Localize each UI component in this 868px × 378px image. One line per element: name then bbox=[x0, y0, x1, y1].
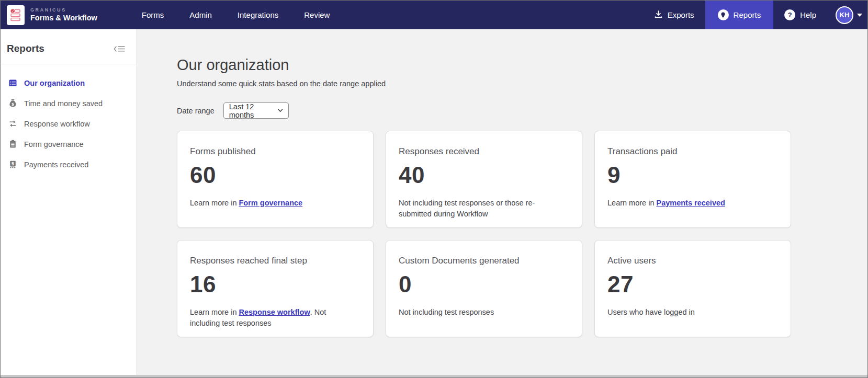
main-nav: Forms Admin Integrations Review bbox=[142, 10, 330, 19]
top-nav: GRANICUS Forms & Workflow Forms Admin In… bbox=[1, 1, 867, 29]
stat-card: Active users 27 Users who have logged in bbox=[594, 240, 791, 337]
sidebar-title: Reports bbox=[7, 43, 44, 54]
sidebar-item-response-workflow[interactable]: Response workflow bbox=[1, 113, 137, 134]
stat-card-note: Learn more in Form governance bbox=[190, 198, 355, 209]
chevron-down-icon bbox=[857, 14, 862, 17]
money-bag-icon: $ bbox=[8, 99, 17, 108]
reports-label: Reports bbox=[734, 10, 761, 19]
card-report-link[interactable]: Response workflow bbox=[239, 308, 310, 316]
download-icon bbox=[654, 10, 663, 20]
stats-grid: Forms published 60 Learn more in Form go… bbox=[177, 131, 867, 337]
sidebar-item-our-organization[interactable]: Our organization bbox=[1, 73, 137, 93]
card-note-text: Learn more in bbox=[607, 199, 657, 207]
nav-item-review[interactable]: Review bbox=[304, 10, 330, 19]
stat-card-value: 0 bbox=[399, 271, 569, 297]
card-note-text: Learn more in bbox=[190, 308, 239, 316]
stat-card-note: Learn more in Payments received bbox=[607, 198, 772, 209]
nav-item-forms[interactable]: Forms bbox=[142, 10, 164, 19]
card-note-text: Not including test responses or those re… bbox=[399, 199, 535, 218]
granicus-home-link[interactable]: GRANICUS Forms & Workflow bbox=[7, 5, 97, 25]
clipboard-icon bbox=[8, 140, 17, 149]
help-button[interactable]: ? Help bbox=[773, 1, 827, 29]
stat-card: Transactions paid 9 Learn more in Paymen… bbox=[594, 131, 791, 228]
stat-card-value: 9 bbox=[607, 162, 778, 188]
exports-button[interactable]: Exports bbox=[643, 1, 705, 29]
stat-card: Forms published 60 Learn more in Form go… bbox=[177, 131, 374, 228]
collapse-sidebar-button[interactable] bbox=[114, 45, 125, 52]
nav-item-admin[interactable]: Admin bbox=[189, 10, 212, 19]
brand-company: GRANICUS bbox=[30, 7, 97, 13]
stat-card-title: Active users bbox=[607, 256, 778, 266]
date-range-value: Last 12 months bbox=[229, 102, 278, 119]
repeat-icon bbox=[8, 119, 17, 129]
date-range-select[interactable]: Last 12 months bbox=[223, 102, 289, 119]
exports-label: Exports bbox=[668, 10, 694, 19]
stat-card-note: Not including test responses bbox=[399, 307, 563, 318]
card-report-link[interactable]: Form governance bbox=[239, 199, 303, 207]
page-subtitle: Understand some quick stats based on the… bbox=[177, 79, 867, 88]
app-window: GRANICUS Forms & Workflow Forms Admin In… bbox=[0, 0, 868, 378]
card-report-link[interactable]: Payments received bbox=[657, 199, 725, 207]
sidebar-item-form-governance[interactable]: Form governance bbox=[1, 134, 137, 154]
stat-card-title: Transactions paid bbox=[607, 146, 778, 157]
stat-card-value: 16 bbox=[190, 271, 360, 297]
stat-card: Custom Documents generated 0 Not includi… bbox=[386, 240, 582, 337]
dollar-square-icon: $ bbox=[8, 160, 17, 169]
stat-card-note: Learn more in Response workflow. Not inc… bbox=[190, 307, 355, 328]
avatar: KH bbox=[836, 6, 853, 24]
stat-card-title: Responses received bbox=[399, 146, 569, 157]
page-title: Our organization bbox=[177, 56, 867, 74]
card-note-text: Users who have logged in bbox=[607, 308, 695, 316]
stat-card-value: 27 bbox=[607, 271, 778, 297]
sidebar: Reports bbox=[1, 29, 137, 375]
main-content: Our organization Understand some quick s… bbox=[137, 29, 867, 375]
brand-product: Forms & Workflow bbox=[30, 13, 97, 22]
date-range-label: Date range bbox=[177, 107, 215, 115]
granicus-logo-icon bbox=[7, 5, 25, 25]
stat-card-note: Not including test responses or those re… bbox=[399, 198, 563, 219]
user-menu-button[interactable]: KH bbox=[827, 1, 867, 29]
sidebar-item-payments-received[interactable]: $ Payments received bbox=[1, 154, 137, 175]
lightbulb-icon bbox=[718, 9, 729, 20]
card-note-text: Learn more in bbox=[190, 199, 239, 207]
stat-card: Responses received 40 Not including test… bbox=[386, 131, 582, 228]
stat-card-title: Responses reached final step bbox=[190, 256, 360, 266]
org-report-icon bbox=[8, 78, 17, 88]
card-note-text: Not including test responses bbox=[399, 308, 494, 316]
stat-card-title: Custom Documents generated bbox=[399, 256, 569, 266]
stat-card-title: Forms published bbox=[190, 146, 360, 157]
stat-card: Responses reached final step 16 Learn mo… bbox=[177, 240, 374, 337]
window-bottom-edge bbox=[1, 375, 867, 377]
svg-text:$: $ bbox=[11, 162, 14, 166]
question-icon: ? bbox=[784, 9, 795, 20]
stat-card-value: 60 bbox=[190, 162, 360, 188]
nav-item-integrations[interactable]: Integrations bbox=[238, 10, 278, 19]
stat-card-value: 40 bbox=[399, 162, 569, 188]
sidebar-item-time-and-money-saved[interactable]: $ Time and money saved bbox=[1, 93, 137, 113]
stat-card-note: Users who have logged in bbox=[607, 307, 772, 318]
svg-text:$: $ bbox=[11, 102, 14, 107]
help-label: Help bbox=[800, 10, 816, 19]
reports-button[interactable]: Reports bbox=[705, 1, 774, 29]
chevron-down-icon bbox=[278, 109, 283, 112]
